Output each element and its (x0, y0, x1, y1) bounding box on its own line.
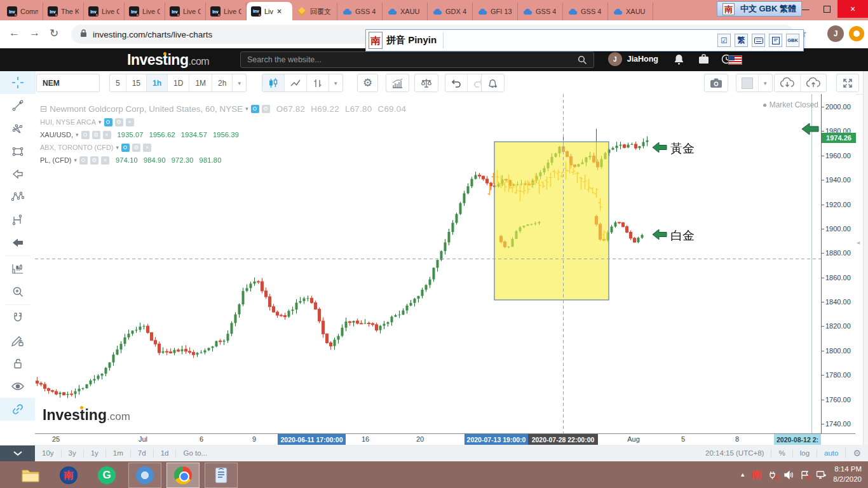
settings-gear-icon[interactable]: ⚙ (92, 131, 100, 139)
cloud-download-icon[interactable] (775, 74, 801, 92)
ime-language-bar[interactable]: 南 中文 GBK 繁體 (717, 1, 802, 17)
forward-icon[interactable]: → (29, 27, 40, 39)
tray-plug-icon[interactable]: ✕ (768, 470, 777, 480)
remove-icon[interactable]: × (101, 156, 109, 165)
pitchfork-tool-icon[interactable] (0, 117, 35, 140)
settings-gear-icon[interactable]: ⚙ (90, 156, 98, 165)
indicators-button[interactable] (386, 74, 409, 92)
camera-icon[interactable] (705, 74, 728, 92)
chart-type-caret[interactable]: ▾ (329, 74, 342, 92)
xabcd-pattern-tool-icon[interactable] (0, 186, 35, 208)
language-us-flag-icon[interactable] (728, 55, 742, 65)
interval-button-1h[interactable]: 1h (147, 74, 168, 92)
browser-tab[interactable]: InvLive C (84, 3, 125, 20)
settings-gear-icon[interactable]: ⚙ (115, 118, 123, 126)
legend-caret-icon[interactable]: ▾ (74, 157, 78, 163)
chart-annotation[interactable]: 白金 (652, 227, 695, 244)
settings-gear-icon[interactable]: ⚙ (262, 105, 270, 113)
hide-all-tool-icon[interactable] (0, 375, 35, 398)
symbol-text[interactable]: NEM (37, 74, 65, 92)
range-1m[interactable]: 1m (106, 449, 131, 457)
tab-close-icon[interactable]: × (277, 7, 281, 16)
site-logo[interactable]: Investing.com (127, 51, 209, 69)
range-1d[interactable]: 1d (154, 449, 177, 457)
magnet-tool-icon[interactable] (0, 306, 35, 329)
ime-bar-items[interactable]: 中文 GBK 繁體 (740, 3, 796, 15)
visibility-icon[interactable] (104, 118, 112, 126)
visibility-icon[interactable] (251, 105, 259, 113)
interval-button-2h[interactable]: 2h (212, 74, 233, 92)
browser-tab[interactable]: GSS 4 (563, 3, 608, 20)
forecast-tool-icon[interactable] (0, 257, 35, 280)
browser-tab[interactable]: GSS 4 (518, 3, 563, 20)
legend-caret-icon[interactable]: ▾ (98, 119, 102, 125)
browser-tab[interactable]: GFI 13 (473, 3, 518, 20)
background-color-swatch[interactable] (736, 74, 759, 92)
close-button[interactable]: × (837, 0, 868, 18)
browser-tab[interactable]: InvLiv× (247, 2, 292, 20)
bar-type-button[interactable] (307, 74, 329, 92)
interval-button-5[interactable]: 5 (110, 74, 126, 92)
remove-icon[interactable]: × (103, 131, 111, 139)
ime-traditional-icon[interactable]: 繁 (735, 34, 748, 47)
ime-gbk-icon[interactable]: GBK (786, 34, 799, 47)
chart-plot-area[interactable]: ⊟Newmont Goldcorp Corp, United States, 6… (35, 94, 821, 433)
settings-gear-icon[interactable]: ⚙ (132, 144, 140, 152)
ime-keyboard-icon[interactable] (752, 34, 765, 47)
trend-line-tool-icon[interactable] (0, 94, 35, 117)
browser-tab[interactable]: InvLive C (125, 3, 165, 20)
add-alert-bell-icon[interactable] (482, 74, 504, 92)
interval-button-1M[interactable]: 1M (189, 74, 212, 92)
range-1y[interactable]: 1y (84, 449, 106, 457)
lock-all-tool-icon[interactable] (0, 352, 35, 375)
color-caret[interactable]: ▾ (759, 74, 772, 92)
line-type-button[interactable] (285, 74, 307, 92)
link-tool-icon[interactable] (0, 398, 35, 421)
browser-tab[interactable]: InvLive C (165, 3, 206, 20)
chart-settings-gear-icon[interactable]: ⚙ (358, 74, 377, 92)
tray-up-caret-icon[interactable]: ▲ (740, 471, 745, 478)
search-icon[interactable] (578, 55, 587, 65)
tray-flag-icon[interactable]: ✕ (800, 470, 810, 480)
goto-link[interactable]: Go to... (176, 449, 214, 457)
legend-caret-icon[interactable]: ▾ (76, 132, 79, 138)
scale-log[interactable]: log (792, 449, 817, 457)
remove-icon[interactable]: × (126, 118, 134, 126)
interval-button-1D[interactable]: 1D (168, 74, 189, 92)
interval-button-15[interactable]: 15 (126, 74, 147, 92)
arrow-marker-tool-icon[interactable] (0, 231, 35, 254)
crosshair-tool-icon[interactable] (0, 71, 35, 94)
axis-collapse-handle-icon[interactable]: ◂ (857, 239, 860, 246)
browser-tab[interactable]: InvThe K (43, 3, 84, 20)
taskbar-grammarly-button[interactable]: G (90, 463, 123, 488)
visibility-icon[interactable] (81, 131, 90, 139)
chart-annotation[interactable]: 黃金 (652, 140, 695, 157)
zoom-in-tool-icon[interactable] (0, 280, 35, 303)
taskbar-chrome-button[interactable] (166, 463, 200, 488)
cloud-upload-icon[interactable] (801, 74, 826, 92)
browser-tab[interactable]: InvLive C (206, 3, 247, 20)
tray-speaker-icon[interactable] (783, 470, 794, 480)
symbol-search-box[interactable]: NEM (36, 74, 100, 92)
range-10y[interactable]: 10y (35, 449, 62, 457)
browser-tab[interactable]: XAUU (608, 3, 653, 20)
arrow-shape-tool-icon[interactable] (0, 163, 35, 186)
legend-collapse-icon[interactable]: ⊟ (40, 104, 47, 114)
interval-caret[interactable]: ▾ (233, 74, 246, 92)
restore-button[interactable] (816, 0, 837, 18)
undo-icon[interactable] (445, 74, 468, 92)
notifications-bell-icon[interactable] (674, 54, 684, 67)
visibility-icon[interactable] (121, 144, 130, 152)
fullscreen-icon[interactable] (837, 74, 858, 92)
candlestick-type-button[interactable] (262, 74, 285, 92)
compare-scales-icon[interactable] (415, 74, 438, 92)
legend-caret-icon[interactable]: ▾ (245, 105, 248, 112)
price-axis[interactable]: 2000.001980.001960.001940.001920.001900.… (821, 94, 856, 433)
taskbar-chromium-button[interactable] (128, 463, 161, 488)
ime-softkeys-icon[interactable] (769, 34, 782, 47)
measure-tool-icon[interactable] (0, 208, 35, 231)
range-3y[interactable]: 3y (62, 449, 84, 457)
drawing-lock-tool-icon[interactable] (0, 329, 35, 352)
taskbar-nan-ime-button[interactable]: 南 (52, 463, 85, 488)
reload-icon[interactable]: ↻ (50, 27, 58, 40)
